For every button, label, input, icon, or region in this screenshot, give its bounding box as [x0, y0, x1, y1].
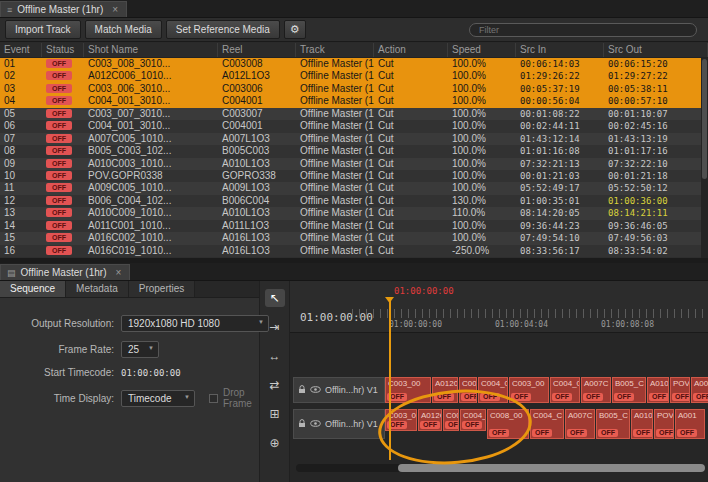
timeline-clip[interactable]: B005_COFF — [612, 377, 646, 403]
set-reference-media-button[interactable]: Set Reference Media — [166, 20, 280, 39]
trim-tool-icon[interactable]: ↔ — [265, 347, 285, 365]
column-header[interactable]: Reel — [218, 43, 296, 57]
scrollbar-thumb[interactable] — [702, 59, 707, 179]
lock-icon[interactable] — [298, 419, 306, 430]
import-track-button[interactable]: Import Track — [5, 20, 81, 39]
timeline-clip[interactable]: A010OFF — [631, 409, 653, 439]
timeline-clip[interactable]: B005_COFF — [596, 409, 630, 439]
table-row[interactable]: 11OFFA009C005_1010...A009L1O3Offline Mas… — [0, 182, 701, 194]
timecode-ruler[interactable] — [352, 309, 708, 318]
timeline-clip[interactable]: A007COFF — [565, 409, 595, 439]
eye-icon[interactable] — [310, 385, 321, 395]
shot-name-cell: C003_007_3010... — [84, 108, 218, 120]
sync-tool-icon[interactable]: ⊕ — [265, 434, 285, 452]
property-field: Time Display:Timecode▼Drop Frame — [6, 387, 253, 409]
timeline-clip[interactable]: C004_0OFF — [460, 409, 486, 431]
clip-label: POV — [671, 378, 689, 389]
timeline-clip[interactable]: C003_00OFF — [385, 377, 431, 403]
timeline-ruler-area[interactable]: 01:00:00:00 01:00:00:00 01:00:00:0001:00… — [290, 281, 708, 333]
column-header[interactable]: Action — [374, 43, 448, 57]
tab-offline-master-spreadsheet[interactable]: ≡ Offline Master (1hr) × — [0, 1, 127, 17]
tab-offline-master-timeline[interactable]: ▤ Offline Master (1hr) × — [0, 264, 130, 280]
reel-cell: C004001 — [218, 120, 296, 132]
timeline-clip[interactable]: A007COFF — [581, 377, 611, 403]
timeline-clip[interactable]: C004_0OFF — [478, 377, 508, 403]
column-header[interactable]: Speed — [448, 43, 516, 57]
tab-sequence[interactable]: Sequence — [0, 281, 66, 297]
timeline-clip[interactable]: C00OFF — [443, 409, 459, 431]
table-row[interactable]: 08OFFB005_C003_102...B005C003Offline Mas… — [0, 145, 701, 157]
table-row[interactable]: 13OFFA010C009_1010...A010L1O3Offline Mas… — [0, 207, 701, 219]
timeline-clip[interactable]: C003_00OFF — [509, 377, 549, 403]
timeline-clip[interactable]: POVOFF — [670, 377, 690, 403]
timeline-clip[interactable]: POVOFF — [654, 409, 674, 439]
timeline-clip[interactable]: A001OFF — [675, 409, 705, 439]
settings-gear-button[interactable]: ⚙ — [284, 20, 306, 39]
timeline-clip[interactable]: A010OFF — [647, 377, 669, 403]
speed-cell: 100.0% — [448, 145, 516, 157]
column-header[interactable]: Track — [296, 43, 374, 57]
pointer-tool-icon[interactable]: ↖ — [265, 289, 285, 307]
playhead-line[interactable] — [389, 297, 391, 460]
ruler-labels: 01:00:00:0001:00:04:0401:00:08:08 — [290, 320, 708, 331]
tab-metadata[interactable]: Metadata — [66, 281, 129, 297]
src-in-cell: 01:43:12:14 — [516, 133, 604, 145]
timeline-clip[interactable]: C00OFF — [459, 377, 477, 403]
output-resolution-dropdown[interactable]: 1920x1080 HD 1080▼ — [121, 315, 269, 332]
chevron-down-icon: ▼ — [258, 319, 264, 325]
roll-tool-icon[interactable]: ⇄ — [265, 376, 285, 394]
match-media-button[interactable]: Match Media — [85, 20, 162, 39]
column-header[interactable]: Src Out — [604, 43, 708, 57]
table-row[interactable]: 05OFFC003_007_3010...C003007Offline Mast… — [0, 108, 701, 120]
column-header[interactable]: Shot Name — [84, 43, 218, 57]
column-header[interactable]: Src In — [516, 43, 604, 57]
shot-name-cell: A010C009_1010... — [84, 207, 218, 219]
timeline-clip[interactable]: C008_00OFF — [487, 409, 529, 439]
eye-icon[interactable] — [310, 419, 321, 429]
table-row[interactable]: 01OFFC003_008_3010...C003008Offline Mast… — [0, 58, 701, 70]
offline-status-badge: OFF — [480, 393, 500, 401]
multi-tool-icon[interactable]: ⊞ — [265, 405, 285, 423]
table-row[interactable]: 16OFFA016C019_1010...A016L1O3Offline Mas… — [0, 245, 701, 257]
action-cell: Cut — [374, 207, 448, 219]
lock-icon[interactable] — [298, 385, 306, 396]
offline-status-badge: OFF — [46, 146, 72, 155]
timeline-clip[interactable]: A012COFF — [418, 409, 442, 431]
table-row[interactable]: 15OFFA016C002_1010...A016L1O3Offline Mas… — [0, 232, 701, 244]
table-row[interactable]: 06OFFC004_001_3010...C004001Offline Mast… — [0, 120, 701, 132]
table-vertical-scrollbar[interactable] — [701, 58, 708, 258]
offline-status-badge: OFF — [552, 393, 572, 401]
track-clip-lane: C003_00OFFA0120OFFC00OFFC004_0OFFC003_00… — [385, 377, 708, 403]
scrollbar-thumb[interactable] — [398, 464, 705, 472]
track-header[interactable]: Offlin...hr) V1 — [293, 409, 385, 439]
timeline-clip[interactable]: C004_COFF — [530, 409, 564, 439]
src-out-cell: 07:32:22:10 — [604, 158, 701, 170]
column-header[interactable]: Status — [42, 43, 84, 57]
timeline-clip[interactable]: C004_0OFF — [550, 377, 580, 403]
speed-cell: 100.0% — [448, 133, 516, 145]
property-field: Start Timecode:01:00:00:00 — [6, 367, 253, 378]
track-header[interactable]: Offlin...hr) V1 — [293, 377, 385, 403]
table-row[interactable]: 02OFFA012C006_1010...A012L1O3Offline Mas… — [0, 70, 701, 82]
drop-frame-checkbox[interactable] — [209, 394, 218, 403]
edit-event-table: EventStatusShot NameReelTrackActionSpeed… — [0, 43, 708, 258]
timeline-clip[interactable]: A0120OFF — [432, 377, 458, 403]
table-row[interactable]: 14OFFA011C001_1010...A011L1O3Offline Mas… — [0, 220, 701, 232]
table-row[interactable]: 09OFFA010C003_1010...A010L1O3Offline Mas… — [0, 158, 701, 170]
close-icon[interactable]: × — [115, 267, 121, 278]
table-row[interactable]: 07OFFA007C005_1010...A007L1O3Offline Mas… — [0, 133, 701, 145]
table-row[interactable]: 12OFFB006_C004_102...B006C004Offline Mas… — [0, 195, 701, 207]
table-row[interactable]: 04OFFC004_001_3010...C004001Offline Mast… — [0, 95, 701, 107]
table-row[interactable]: 03OFFC003_006_3010...C003006Offline Mast… — [0, 83, 701, 95]
frame-rate-dropdown[interactable]: 25▼ — [121, 341, 159, 358]
track-cell: Offline Master (1... — [296, 245, 374, 257]
timeline-horizontal-scrollbar[interactable] — [296, 464, 705, 472]
shot-name-cell: POV.GOPR0338 — [84, 170, 218, 182]
tab-properties[interactable]: Properties — [129, 281, 196, 297]
column-header[interactable]: Event — [0, 43, 42, 57]
filter-input[interactable] — [469, 23, 697, 37]
time-display-dropdown[interactable]: Timecode▼ — [121, 390, 195, 407]
table-row[interactable]: 10OFFPOV.GOPR0338GOPRO338Offline Master … — [0, 170, 701, 182]
close-icon[interactable]: × — [112, 4, 118, 15]
timeline-clip[interactable]: A00OFF — [691, 377, 708, 403]
